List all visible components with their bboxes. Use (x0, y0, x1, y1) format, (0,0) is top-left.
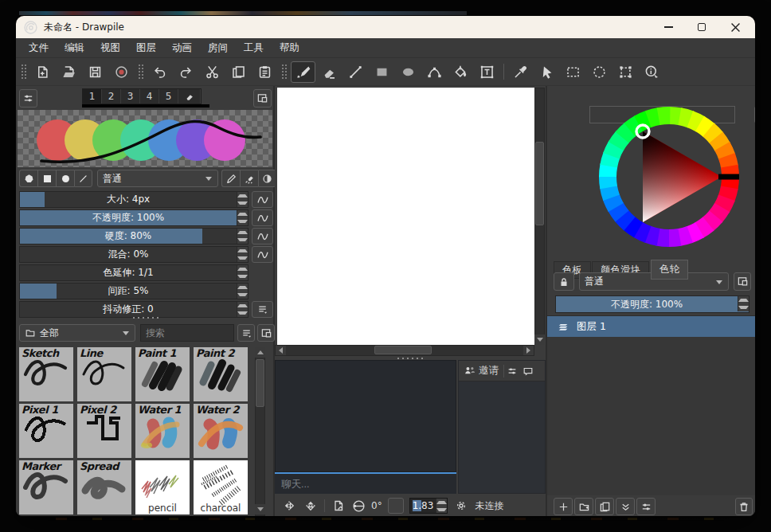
shape-slash-button[interactable] (74, 170, 92, 187)
chat-log[interactable] (275, 360, 456, 472)
layer-opacity-spinner[interactable] (738, 296, 749, 311)
canvas-background-button[interactable] (331, 498, 346, 514)
zoom-spinner[interactable] (436, 499, 447, 513)
menu-8[interactable]: 帮助 (272, 38, 307, 57)
select-rectangle-tool-button[interactable] (561, 61, 585, 83)
chat-input[interactable] (275, 472, 456, 494)
add-group-button[interactable] (574, 498, 593, 515)
canvas-hscrollbar-thumb[interactable] (374, 346, 432, 354)
brush-blend-mode-dropdown[interactable]: 普通 (97, 170, 218, 187)
brush-slider[interactable]: 间距: 5% (19, 283, 249, 299)
brush-slider[interactable]: 色延伸: 1/1 (19, 264, 249, 281)
new-file-tool-button[interactable] (30, 61, 55, 83)
eraser-mode-button[interactable] (240, 170, 258, 187)
save-tool-button[interactable] (83, 61, 108, 83)
copy-tool-button[interactable] (226, 61, 251, 83)
chat-detach-button[interactable] (520, 363, 536, 379)
brush-settings-button[interactable] (19, 89, 37, 108)
slider-menu-button[interactable] (252, 301, 273, 318)
brush-slot-tab-3[interactable]: 3 (121, 89, 140, 104)
brush-dock-panel-button[interactable] (253, 89, 272, 108)
merge-down-button[interactable] (616, 498, 635, 515)
rectangle-tool-button[interactable] (370, 61, 394, 83)
pen-mode-button[interactable] (221, 170, 240, 187)
close-button[interactable] (718, 16, 752, 38)
undo-tool-button[interactable] (147, 61, 172, 83)
splitter-handle[interactable] (131, 316, 160, 319)
layer-opacity-slider[interactable]: 不透明度: 100% (555, 295, 749, 313)
menu-2[interactable]: 编辑 (57, 38, 92, 57)
bezier-curve-tool-button[interactable] (422, 61, 447, 83)
hue-marker[interactable] (718, 174, 739, 180)
pressure-curve-button[interactable] (252, 246, 273, 263)
line-tool-button[interactable] (343, 61, 368, 83)
menu-5[interactable]: 动画 (164, 38, 200, 57)
brush-list-panel-button[interactable] (257, 324, 275, 342)
brush-preset-pixel-2[interactable]: Pixel 2 (77, 404, 131, 458)
color-wheel[interactable] (589, 97, 749, 256)
brush-preset-water-2[interactable]: Water 2 (194, 404, 248, 458)
duplicate-layer-button[interactable] (595, 498, 614, 515)
brush-slider[interactable]: 不透明度: 100% (19, 209, 249, 226)
minimize-button[interactable] (652, 16, 685, 38)
brush-slider[interactable]: 混合: 0% (19, 246, 249, 263)
shape-blob-button[interactable] (19, 170, 37, 187)
view-settings-button[interactable] (453, 498, 469, 514)
brush-slider[interactable]: 硬度: 80% (19, 228, 249, 244)
color-dock-panel-button[interactable] (754, 106, 755, 123)
cut-tool-button[interactable] (200, 61, 225, 83)
brush-slot-tab-5[interactable]: 5 (159, 89, 178, 104)
open-file-tool-button[interactable] (57, 61, 81, 83)
text-tool-button[interactable] (475, 61, 499, 83)
select-lasso-tool-button[interactable] (587, 61, 612, 83)
brush-preset-sketch[interactable]: Sketch (19, 347, 73, 401)
brush-preset-charcoal[interactable]: charcoal (194, 460, 248, 514)
chat-settings-button[interactable] (504, 363, 520, 379)
add-layer-button[interactable] (554, 498, 573, 515)
menu-7[interactable]: 工具 (236, 38, 272, 57)
record-session-tool-button[interactable] (109, 61, 134, 83)
eraser-tool-button[interactable] (317, 61, 342, 83)
brush-preset-water-1[interactable]: Water 1 (135, 404, 190, 458)
layer-lock-button[interactable] (554, 272, 574, 291)
transform-tool-button[interactable] (613, 61, 638, 83)
scroll-left-button[interactable] (276, 346, 286, 355)
brush-slot-tab-eraser[interactable] (178, 89, 201, 104)
rotation-dial-icon[interactable] (352, 499, 366, 513)
brush-slot-tab-4[interactable]: 4 (140, 89, 159, 104)
scrollbar-thumb[interactable] (256, 359, 264, 407)
mirror-view-button[interactable] (281, 498, 297, 514)
brush-preset-spread[interactable]: Spread (77, 460, 131, 514)
laser-pointer-tool-button[interactable] (534, 61, 559, 83)
slider-spinner[interactable] (237, 284, 248, 299)
title-bar[interactable]: 未命名 - Drawpile (16, 16, 755, 38)
slider-spinner[interactable] (237, 192, 248, 207)
brush-slider[interactable]: 抖动修正: 0 (19, 301, 249, 318)
toolbar-drag-handle[interactable] (20, 63, 27, 80)
flood-fill-tool-button[interactable] (448, 61, 473, 83)
brush-preset-paint-1[interactable]: Paint 1 (135, 347, 190, 401)
shape-circle-button[interactable] (56, 170, 74, 187)
brush-list-menu-button[interactable] (237, 324, 255, 342)
delete-layer-button[interactable] (735, 498, 753, 515)
menu-3[interactable]: 视图 (92, 38, 128, 57)
brush-preset-line[interactable]: Line (77, 347, 131, 401)
layer-dock-panel-button[interactable] (734, 272, 751, 291)
color-picker-tool-button[interactable] (508, 61, 533, 83)
slider-spinner[interactable] (237, 247, 248, 262)
pressure-curve-button[interactable] (252, 228, 273, 244)
ellipse-tool-button[interactable] (396, 61, 421, 83)
pressure-curve-button[interactable] (252, 191, 273, 208)
menu-4[interactable]: 图层 (128, 38, 164, 57)
brush-slot-tab-2[interactable]: 2 (102, 89, 121, 104)
smudge-mode-button[interactable] (258, 170, 276, 187)
toolbar-drag-handle[interactable] (280, 63, 288, 80)
zoom-spinbox[interactable]: 1.83 (409, 498, 448, 514)
slider-spinner[interactable] (237, 265, 248, 280)
pressure-curve-button[interactable] (252, 209, 273, 226)
brush-search-input[interactable] (140, 324, 234, 342)
scroll-down-button[interactable] (534, 334, 545, 345)
scroll-down-button[interactable] (255, 504, 265, 514)
brush-filter-dropdown[interactable]: 全部 (19, 324, 135, 342)
brush-preset-paint-2[interactable]: Paint 2 (194, 347, 248, 401)
